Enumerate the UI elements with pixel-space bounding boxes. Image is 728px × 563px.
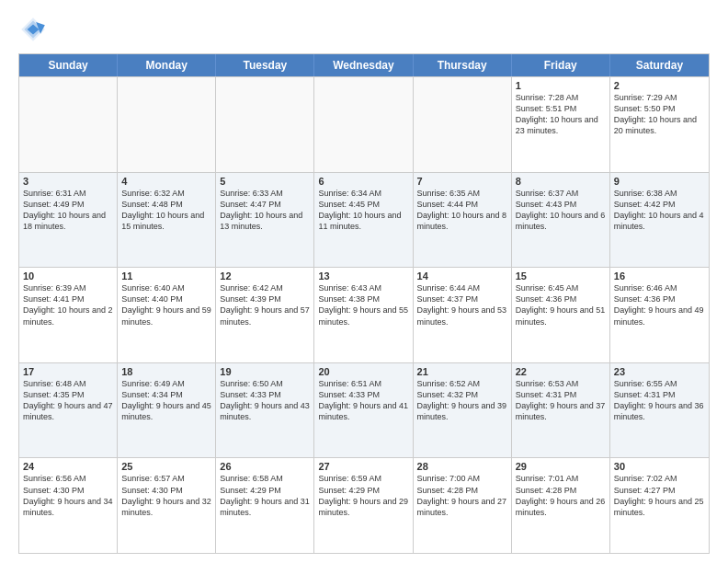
cell-info: Sunrise: 6:46 AM Sunset: 4:36 PM Dayligh… [614,282,705,327]
cell-info: Sunrise: 6:37 AM Sunset: 4:43 PM Dayligh… [516,188,606,233]
cell-info: Sunrise: 6:40 AM Sunset: 4:40 PM Dayligh… [121,282,211,327]
calendar-cell: 5Sunrise: 6:33 AM Sunset: 4:47 PM Daylig… [216,173,314,268]
calendar-cell: 23Sunrise: 6:55 AM Sunset: 4:31 PM Dayli… [610,363,709,458]
calendar-cell: 19Sunrise: 6:50 AM Sunset: 4:33 PM Dayli… [216,363,314,458]
calendar-cell [314,77,413,172]
logo-icon [18,15,48,44]
day-number: 4 [121,176,211,187]
calendar-cell: 4Sunrise: 6:32 AM Sunset: 4:48 PM Daylig… [118,173,216,268]
cell-info: Sunrise: 6:57 AM Sunset: 4:30 PM Dayligh… [121,473,211,518]
cell-info: Sunrise: 6:53 AM Sunset: 4:31 PM Dayligh… [516,378,606,423]
calendar-cell: 24Sunrise: 6:56 AM Sunset: 4:30 PM Dayli… [19,458,118,553]
calendar-cell [216,77,314,172]
cell-info: Sunrise: 6:45 AM Sunset: 4:36 PM Dayligh… [516,282,606,327]
day-number: 18 [121,366,211,377]
calendar-row-3: 17Sunrise: 6:48 AM Sunset: 4:35 PM Dayli… [19,362,709,458]
calendar-cell: 12Sunrise: 6:42 AM Sunset: 4:39 PM Dayli… [216,268,314,362]
calendar-cell: 6Sunrise: 6:34 AM Sunset: 4:45 PM Daylig… [314,173,413,268]
cell-info: Sunrise: 6:48 AM Sunset: 4:35 PM Dayligh… [23,378,113,423]
calendar-cell: 27Sunrise: 6:59 AM Sunset: 4:29 PM Dayli… [314,458,413,553]
day-number: 13 [318,270,408,282]
calendar-body: 1Sunrise: 7:28 AM Sunset: 5:51 PM Daylig… [19,76,709,553]
calendar-cell: 11Sunrise: 6:40 AM Sunset: 4:40 PM Dayli… [118,268,216,362]
cell-info: Sunrise: 7:28 AM Sunset: 5:51 PM Dayligh… [516,92,606,137]
cell-info: Sunrise: 6:33 AM Sunset: 4:47 PM Dayligh… [220,188,310,233]
calendar-cell: 14Sunrise: 6:44 AM Sunset: 4:37 PM Dayli… [414,268,512,362]
cell-info: Sunrise: 6:49 AM Sunset: 4:34 PM Dayligh… [121,378,211,423]
cell-info: Sunrise: 6:50 AM Sunset: 4:33 PM Dayligh… [220,378,310,423]
cell-info: Sunrise: 6:52 AM Sunset: 4:32 PM Dayligh… [417,378,507,423]
calendar: SundayMondayTuesdayWednesdayThursdayFrid… [18,53,710,554]
calendar-cell: 26Sunrise: 6:58 AM Sunset: 4:29 PM Dayli… [216,458,314,553]
day-number: 3 [23,176,113,187]
cell-info: Sunrise: 7:00 AM Sunset: 4:28 PM Dayligh… [417,473,507,518]
day-number: 22 [516,366,606,377]
calendar-cell [118,77,216,172]
header-day-sunday: Sunday [19,54,118,76]
cell-info: Sunrise: 6:43 AM Sunset: 4:38 PM Dayligh… [318,282,408,327]
calendar-cell: 16Sunrise: 6:46 AM Sunset: 4:36 PM Dayli… [610,268,709,362]
day-number: 5 [220,176,310,187]
cell-info: Sunrise: 6:55 AM Sunset: 4:31 PM Dayligh… [614,378,705,423]
header-day-friday: Friday [512,54,610,76]
cell-info: Sunrise: 6:32 AM Sunset: 4:48 PM Dayligh… [121,188,211,233]
cell-info: Sunrise: 6:42 AM Sunset: 4:39 PM Dayligh… [220,282,310,327]
day-number: 6 [318,176,408,187]
cell-info: Sunrise: 6:58 AM Sunset: 4:29 PM Dayligh… [220,473,310,518]
day-number: 9 [614,176,705,187]
calendar-cell: 13Sunrise: 6:43 AM Sunset: 4:38 PM Dayli… [314,268,413,362]
calendar-row-4: 24Sunrise: 6:56 AM Sunset: 4:30 PM Dayli… [19,457,709,553]
header [18,15,710,44]
cell-info: Sunrise: 6:51 AM Sunset: 4:33 PM Dayligh… [318,378,408,423]
day-number: 30 [614,461,705,472]
calendar-cell: 9Sunrise: 6:38 AM Sunset: 4:42 PM Daylig… [610,173,709,268]
calendar-cell: 30Sunrise: 7:02 AM Sunset: 4:27 PM Dayli… [610,458,709,553]
header-day-monday: Monday [118,54,216,76]
cell-info: Sunrise: 6:56 AM Sunset: 4:30 PM Dayligh… [23,473,113,518]
cell-info: Sunrise: 6:35 AM Sunset: 4:44 PM Dayligh… [417,188,507,233]
calendar-cell: 21Sunrise: 6:52 AM Sunset: 4:32 PM Dayli… [414,363,512,458]
calendar-cell: 18Sunrise: 6:49 AM Sunset: 4:34 PM Dayli… [118,363,216,458]
calendar-cell: 10Sunrise: 6:39 AM Sunset: 4:41 PM Dayli… [19,268,118,362]
calendar-cell: 8Sunrise: 6:37 AM Sunset: 4:43 PM Daylig… [512,173,610,268]
cell-info: Sunrise: 7:29 AM Sunset: 5:50 PM Dayligh… [614,92,705,137]
page: SundayMondayTuesdayWednesdayThursdayFrid… [0,0,728,563]
calendar-cell: 20Sunrise: 6:51 AM Sunset: 4:33 PM Dayli… [314,363,413,458]
day-number: 25 [121,461,211,472]
calendar-cell: 3Sunrise: 6:31 AM Sunset: 4:49 PM Daylig… [19,173,118,268]
day-number: 29 [516,461,606,472]
calendar-row-0: 1Sunrise: 7:28 AM Sunset: 5:51 PM Daylig… [19,76,709,172]
cell-info: Sunrise: 7:01 AM Sunset: 4:28 PM Dayligh… [516,473,606,518]
calendar-row-1: 3Sunrise: 6:31 AM Sunset: 4:49 PM Daylig… [19,172,709,268]
day-number: 20 [318,366,408,377]
calendar-cell: 29Sunrise: 7:01 AM Sunset: 4:28 PM Dayli… [512,458,610,553]
day-number: 2 [614,80,705,91]
day-number: 28 [417,461,507,472]
calendar-cell: 17Sunrise: 6:48 AM Sunset: 4:35 PM Dayli… [19,363,118,458]
calendar-cell [414,77,512,172]
cell-info: Sunrise: 7:02 AM Sunset: 4:27 PM Dayligh… [614,473,705,518]
calendar-cell [19,77,118,172]
calendar-cell: 2Sunrise: 7:29 AM Sunset: 5:50 PM Daylig… [610,77,709,172]
day-number: 15 [516,270,606,282]
cell-info: Sunrise: 6:59 AM Sunset: 4:29 PM Dayligh… [318,473,408,518]
day-number: 16 [614,270,705,282]
calendar-cell: 22Sunrise: 6:53 AM Sunset: 4:31 PM Dayli… [512,363,610,458]
cell-info: Sunrise: 6:34 AM Sunset: 4:45 PM Dayligh… [318,188,408,233]
day-number: 17 [23,366,113,377]
day-number: 14 [417,270,507,282]
calendar-cell: 25Sunrise: 6:57 AM Sunset: 4:30 PM Dayli… [118,458,216,553]
header-day-wednesday: Wednesday [314,54,413,76]
calendar-header: SundayMondayTuesdayWednesdayThursdayFrid… [19,54,709,76]
header-day-thursday: Thursday [414,54,512,76]
calendar-row-2: 10Sunrise: 6:39 AM Sunset: 4:41 PM Dayli… [19,267,709,362]
header-day-tuesday: Tuesday [216,54,314,76]
header-day-saturday: Saturday [610,54,709,76]
logo [18,15,51,44]
day-number: 7 [417,176,507,187]
cell-info: Sunrise: 6:44 AM Sunset: 4:37 PM Dayligh… [417,282,507,327]
cell-info: Sunrise: 6:31 AM Sunset: 4:49 PM Dayligh… [23,188,113,233]
day-number: 11 [121,270,211,282]
calendar-cell: 7Sunrise: 6:35 AM Sunset: 4:44 PM Daylig… [414,173,512,268]
calendar-cell: 28Sunrise: 7:00 AM Sunset: 4:28 PM Dayli… [414,458,512,553]
